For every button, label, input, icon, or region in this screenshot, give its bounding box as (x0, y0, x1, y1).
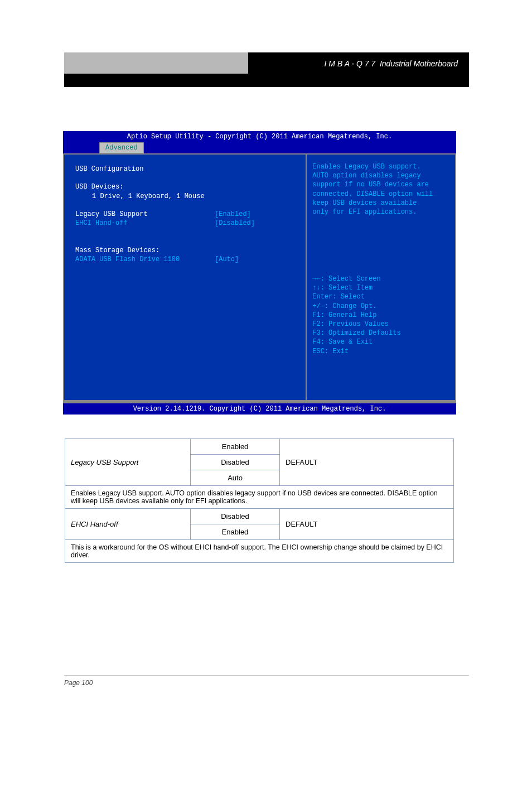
key-hint: F4: Save & Exit (312, 338, 400, 346)
help-line: Enables Legacy USB support. (312, 162, 449, 171)
key-hint: Enter: Select (312, 292, 400, 301)
devices-value: 1 Drive, 1 Keyboard, 1 Mouse (75, 192, 294, 201)
key-hint: F3: Optimized Defaults (312, 329, 400, 338)
opt-label: Legacy USB Support (65, 439, 191, 486)
key-hint: →←: Select Screen (312, 274, 400, 283)
bios-version: Version 2.14.1219. Copyright (C) 2011 Am… (63, 403, 456, 415)
help-line: keep USB devices available (312, 199, 449, 208)
tab-advanced[interactable]: Advanced (99, 142, 144, 153)
bios-main-panel: USB Configuration USB Devices: 1 Drive, … (64, 155, 307, 400)
page-footer: Page 100 (64, 675, 469, 687)
opt-description: Enables Legacy USB support. AUTO option … (65, 486, 454, 509)
setting-row[interactable]: ADATA USB Flash Drive 1100 [Auto] (75, 255, 294, 264)
devices-label: USB Devices: (75, 182, 294, 191)
setting-label: EHCI Hand-off (75, 219, 215, 228)
help-line: only for EFI applications. (312, 208, 449, 216)
table-row: This is a workaround for the OS without … (65, 540, 454, 563)
bios-body: USB Configuration USB Devices: 1 Drive, … (63, 153, 456, 400)
bios-screenshot: Aptio Setup Utility - Copyright (C) 2011… (63, 131, 456, 415)
page-number: Page 100 (64, 679, 93, 687)
opt-description: This is a workaround for the OS without … (65, 540, 454, 563)
header-model: I M B A - Q 7 7 (325, 59, 376, 68)
opt-value: Enabled (191, 524, 280, 540)
mass-item-value: [Auto] (215, 255, 239, 264)
help-line: support if no USB devices are (312, 180, 449, 189)
section-title: USB Configuration (75, 165, 294, 174)
bios-help-panel: Enables Legacy USB support. AUTO option … (307, 155, 455, 400)
bios-tab-row: Advanced (63, 142, 456, 153)
key-hint: F1: General Help (312, 311, 400, 320)
table-row: Enables Legacy USB support. AUTO option … (65, 486, 454, 509)
header-grey-block (64, 52, 248, 74)
opt-default: DEFAULT (280, 509, 454, 540)
opt-value: Disabled (191, 455, 280, 470)
opt-default: DEFAULT (280, 439, 454, 486)
mass-storage-label: Mass Storage Devices: (75, 246, 294, 255)
setting-label: Legacy USB Support (75, 210, 215, 219)
key-hint: +/-: Change Opt. (312, 302, 400, 311)
options-table: Legacy USB Support Enabled DEFAULT Disab… (65, 438, 454, 563)
table-row: EHCI Hand-off Disabled DEFAULT (65, 509, 454, 524)
opt-label: EHCI Hand-off (65, 509, 191, 540)
opt-value: Disabled (191, 509, 280, 524)
opt-value: Auto (191, 470, 280, 486)
header-product: I M B A - Q 7 7 Industrial Motherboard (248, 52, 469, 87)
setting-row[interactable]: Legacy USB Support [Enabled] (75, 210, 294, 219)
table-row: Legacy USB Support Enabled DEFAULT (65, 439, 454, 455)
setting-row[interactable]: EHCI Hand-off [Disabled] (75, 219, 294, 228)
setting-value: [Disabled] (215, 219, 255, 228)
help-line: connected. DISABLE option will (312, 190, 449, 199)
header-product-text: Industrial Motherboard (380, 59, 458, 68)
key-hint: ESC: Exit (312, 347, 400, 356)
opt-value: Enabled (191, 439, 280, 455)
doc-header: I M B A - Q 7 7 Industrial Motherboard (64, 52, 469, 87)
key-hint: F2: Previous Values (312, 320, 400, 329)
key-hints: →←: Select Screen ↑↓: Select Item Enter:… (312, 274, 400, 356)
mass-item-label: ADATA USB Flash Drive 1100 (75, 255, 215, 264)
help-line: AUTO option disables legacy (312, 171, 449, 180)
bios-title: Aptio Setup Utility - Copyright (C) 2011… (63, 131, 456, 142)
key-hint: ↑↓: Select Item (312, 283, 400, 292)
setting-value: [Enabled] (215, 210, 251, 219)
